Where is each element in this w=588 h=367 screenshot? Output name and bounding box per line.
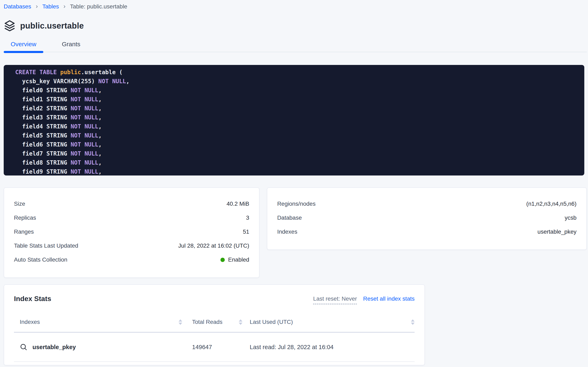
breadcrumb-tables-link[interactable]: Tables	[42, 3, 59, 10]
breadcrumb: Databases › Tables › Table: public.usert…	[4, 3, 587, 10]
column-label: Indexes	[20, 319, 40, 325]
index-stats-title: Index Stats	[14, 295, 51, 303]
index-table-row-usertable-pkey[interactable]: usertable_pkey 149647 Last read: Jul 28,…	[14, 333, 414, 362]
stat-value: 51	[243, 228, 249, 235]
stat-label: Indexes	[277, 228, 297, 235]
sql-code: CREATE TABLE public.usertable ( ycsb_key…	[15, 68, 584, 175]
create-table-sql-block: CREATE TABLE public.usertable ( ycsb_key…	[4, 65, 584, 175]
stat-label: Size	[14, 200, 25, 207]
total-reads-cell: 149647	[182, 344, 242, 350]
sort-arrows-icon[interactable]	[239, 319, 242, 325]
index-name: usertable_pkey	[33, 344, 76, 350]
stat-label: Database	[277, 215, 302, 221]
stat-row-auto-stats: Auto Stats Collection Enabled	[14, 253, 249, 267]
stat-value: ycsb	[564, 215, 577, 221]
index-name-cell: usertable_pkey	[14, 343, 182, 351]
stat-label: Auto Stats Collection	[14, 257, 67, 263]
sort-arrows-icon[interactable]	[179, 319, 182, 325]
tab-bar: Overview Grants	[4, 41, 587, 52]
index-stats-header: Index Stats Last reset: Never Reset all …	[14, 295, 414, 304]
stat-value: Jul 28, 2022 at 16:02 (UTC)	[178, 242, 249, 249]
column-header-indexes[interactable]: Indexes	[14, 319, 182, 325]
index-stats-actions: Last reset: Never Reset all index stats	[313, 295, 414, 304]
tab-overview[interactable]: Overview	[4, 41, 43, 52]
stat-row-stats-updated: Table Stats Last Updated Jul 28, 2022 at…	[14, 239, 249, 253]
magnifier-icon	[20, 343, 27, 351]
last-used-cell: Last read: Jul 28, 2022 at 16:04	[242, 344, 415, 350]
chevron-right-icon: ›	[36, 3, 38, 10]
sort-arrows-icon[interactable]	[411, 319, 414, 325]
stat-row-database: Database ycsb	[277, 211, 577, 225]
stat-value: 40.2 MiB	[227, 200, 249, 207]
index-table-header-row: Indexes Total Reads Last Used (UTC)	[14, 319, 414, 333]
column-label: Last Used (UTC)	[250, 319, 293, 325]
reset-index-stats-link[interactable]: Reset all index stats	[363, 295, 414, 302]
stat-label: Regions/nodes	[277, 200, 315, 207]
column-header-last-used[interactable]: Last Used (UTC)	[242, 319, 415, 325]
stat-row-replicas: Replicas 3	[14, 211, 249, 225]
page-header: public.usertable	[4, 19, 587, 32]
breadcrumb-databases-link[interactable]: Databases	[4, 3, 31, 10]
stat-label: Replicas	[14, 215, 36, 221]
stat-value: 3	[246, 215, 249, 221]
tab-grants[interactable]: Grants	[55, 41, 87, 52]
stat-value: (n1,n2,n3,n4,n5,n6)	[526, 200, 577, 207]
layers-icon	[4, 20, 16, 32]
column-label: Total Reads	[192, 319, 223, 325]
column-header-total-reads[interactable]: Total Reads	[182, 319, 242, 325]
table-location-card: Regions/nodes (n1,n2,n3,n4,n5,n6) Databa…	[267, 187, 587, 250]
stat-value: usertable_pkey	[538, 228, 577, 235]
stat-row-regions: Regions/nodes (n1,n2,n3,n4,n5,n6)	[277, 197, 577, 211]
summary-cards: Size 40.2 MiB Replicas 3 Ranges 51 Table…	[4, 187, 587, 278]
table-stats-card: Size 40.2 MiB Replicas 3 Ranges 51 Table…	[4, 187, 259, 278]
last-reset-label: Last reset: Never	[313, 295, 357, 304]
stat-value: Enabled	[220, 257, 249, 263]
status-text: Enabled	[228, 257, 249, 263]
status-dot-green	[220, 258, 225, 262]
stat-label: Table Stats Last Updated	[14, 242, 78, 249]
chevron-right-icon: ›	[64, 3, 66, 10]
stat-row-indexes: Indexes usertable_pkey	[277, 225, 577, 239]
stat-row-size: Size 40.2 MiB	[14, 197, 249, 211]
breadcrumb-current: Table: public.usertable	[70, 3, 127, 10]
index-stats-card: Index Stats Last reset: Never Reset all …	[4, 284, 425, 365]
stat-row-ranges: Ranges 51	[14, 225, 249, 239]
page-title: public.usertable	[20, 21, 84, 30]
table-details-page: Databases › Tables › Table: public.usert…	[0, 0, 588, 365]
stat-label: Ranges	[14, 228, 34, 235]
